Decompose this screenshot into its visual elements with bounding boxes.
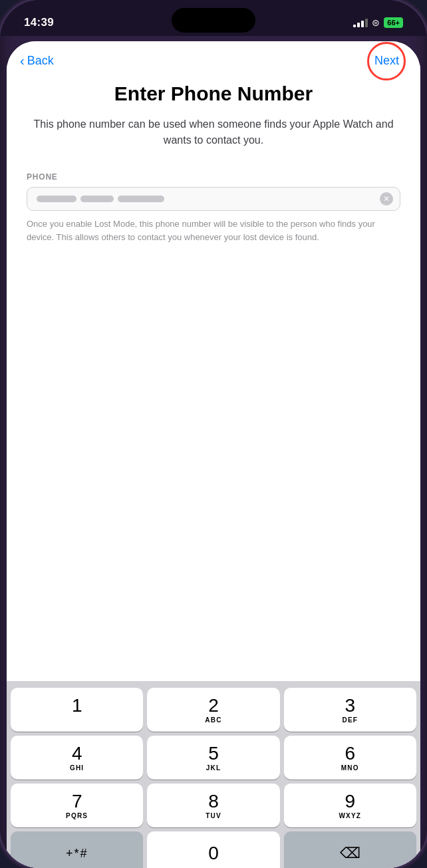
keyboard: 1 2 ABC 3 DEF 4 GHI 5 xyxy=(7,681,420,868)
wifi-icon: ⊜ xyxy=(372,17,380,28)
next-button-wrapper: Next xyxy=(372,54,402,68)
battery-indicator: 66+ xyxy=(384,17,403,28)
screen-content: ‹ Back Next Enter Phone Number This phon… xyxy=(7,41,420,868)
key-3[interactable]: 3 DEF xyxy=(284,688,416,732)
key-0[interactable]: 0 xyxy=(147,831,279,868)
key-2[interactable]: 2 ABC xyxy=(147,688,279,732)
key-8[interactable]: 8 TUV xyxy=(147,784,279,827)
status-time: 14:39 xyxy=(24,16,54,29)
page-title: Enter Phone Number xyxy=(27,82,400,106)
phone-input-label: PHONE xyxy=(27,172,400,182)
key-4[interactable]: 4 GHI xyxy=(11,736,143,780)
back-button[interactable]: ‹ Back xyxy=(20,53,54,69)
signal-icon xyxy=(353,18,368,27)
clear-input-button[interactable]: ✕ xyxy=(380,192,393,206)
key-7[interactable]: 7 PQRS xyxy=(11,784,143,827)
phone-value-blurred xyxy=(37,196,164,202)
next-button[interactable]: Next xyxy=(372,50,402,71)
dynamic-island xyxy=(172,8,255,33)
phone-frame: 14:39 ⊜ 66+ ‹ Back Next Enter Phone Nu xyxy=(0,0,427,868)
keyboard-row-4: +*# 0 ⌫ xyxy=(11,831,416,868)
status-bar: 14:39 ⊜ 66+ xyxy=(0,0,427,36)
status-right-icons: ⊜ 66+ xyxy=(353,17,403,28)
keyboard-row-3: 7 PQRS 8 TUV 9 WXYZ xyxy=(11,784,416,827)
phone-input-field[interactable]: ✕ xyxy=(27,187,400,211)
key-6[interactable]: 6 MNO xyxy=(284,736,416,780)
phone-input-section: PHONE ✕ Once you enable Lost Mode, this … xyxy=(27,172,400,243)
key-9[interactable]: 9 WXYZ xyxy=(284,784,416,827)
page-description: This phone number can be used when someo… xyxy=(27,116,400,148)
key-delete[interactable]: ⌫ xyxy=(284,831,416,868)
keyboard-row-2: 4 GHI 5 JKL 6 MNO xyxy=(11,736,416,780)
nav-bar: ‹ Back Next xyxy=(7,41,420,75)
keyboard-row-1: 1 2 ABC 3 DEF xyxy=(11,688,416,732)
main-content: Enter Phone Number This phone number can… xyxy=(7,75,420,681)
key-1[interactable]: 1 xyxy=(11,688,143,732)
key-5[interactable]: 5 JKL xyxy=(147,736,279,780)
back-chevron-icon: ‹ xyxy=(20,53,25,69)
back-label: Back xyxy=(27,54,54,68)
phone-helper-text: Once you enable Lost Mode, this phone nu… xyxy=(27,217,400,243)
key-symbols[interactable]: +*# xyxy=(11,831,143,868)
